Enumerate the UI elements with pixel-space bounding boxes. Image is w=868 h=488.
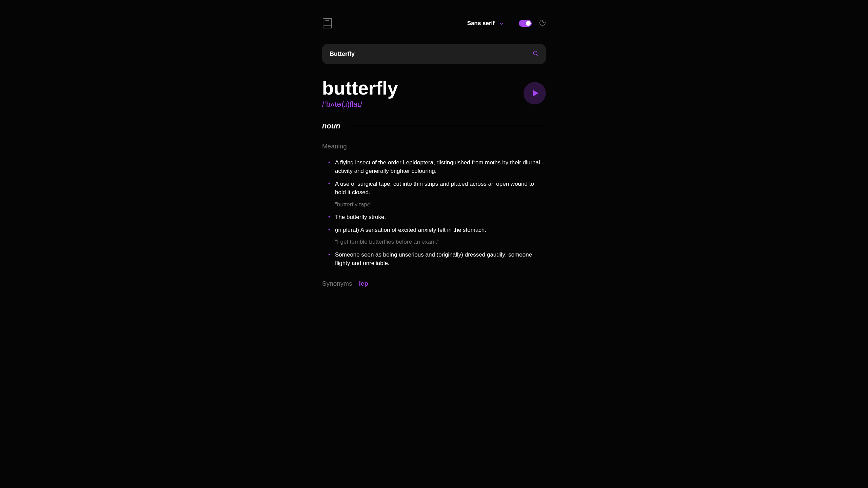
synonym-link[interactable]: lep [359, 280, 368, 287]
definition-text: (in plural) A sensation of excited anxie… [335, 227, 486, 233]
chevron-down-icon [499, 20, 504, 27]
dark-mode-toggle[interactable] [519, 20, 532, 27]
word-phonetic: /ˈbʌtə(ɹ)flaɪ/ [322, 100, 398, 109]
definition-item: The butterfly stroke. [328, 213, 546, 222]
toggle-knob [526, 21, 531, 26]
svg-point-1 [533, 51, 537, 55]
definition-item: (in plural) A sensation of excited anxie… [328, 226, 546, 246]
part-of-speech-row: noun [322, 122, 546, 130]
definition-example: "I get terrible butterflies before an ex… [335, 238, 546, 246]
header-controls: Sans serif [467, 18, 546, 28]
search-input[interactable] [330, 50, 533, 58]
play-icon [533, 90, 538, 97]
search-icon[interactable] [533, 51, 538, 58]
word-title: butterfly [322, 78, 398, 99]
definition-item: Someone seen as being unserious and (ori… [328, 250, 546, 268]
definition-item: A use of surgical tape, cut into thin st… [328, 180, 546, 209]
definition-text: A use of surgical tape, cut into thin st… [335, 181, 534, 196]
play-audio-button[interactable] [524, 82, 546, 104]
part-of-speech: noun [322, 122, 340, 130]
font-selector-label: Sans serif [467, 20, 495, 27]
moon-icon [539, 19, 546, 27]
pos-divider-line [347, 126, 546, 126]
font-selector[interactable]: Sans serif [467, 20, 504, 27]
meaning-label: Meaning [322, 143, 546, 150]
svg-line-2 [537, 54, 538, 56]
word-header: butterfly /ˈbʌtə(ɹ)flaɪ/ [322, 78, 546, 109]
definition-item: A flying insect of the order Lepidoptera… [328, 158, 546, 176]
definition-list: A flying insect of the order Lepidoptera… [322, 158, 546, 268]
search-bar [322, 44, 546, 64]
synonyms-label: Synonyms [322, 280, 352, 287]
app-header: Sans serif [322, 18, 546, 29]
definition-example: "butterfly tape" [335, 200, 546, 209]
header-divider [511, 18, 511, 28]
definition-text: The butterfly stroke. [335, 214, 386, 220]
synonyms-row: Synonyms lep [322, 280, 546, 287]
book-logo-icon [322, 18, 332, 29]
definition-text: A flying insect of the order Lepidoptera… [335, 159, 540, 175]
definition-text: Someone seen as being unserious and (ori… [335, 251, 532, 267]
